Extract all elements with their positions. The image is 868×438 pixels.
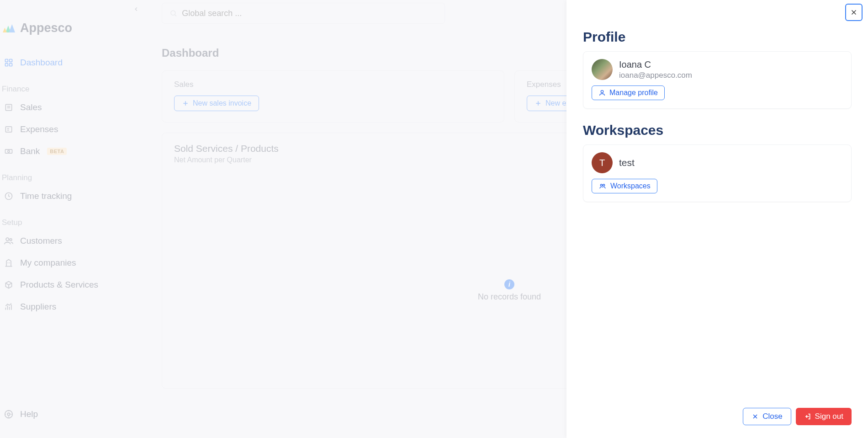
empty-state: i No records found <box>478 279 541 302</box>
new-sales-invoice-button[interactable]: New sales invoice <box>174 96 259 111</box>
nav-group-finance: Finance <box>0 74 151 96</box>
user-name: Ioana C <box>619 59 692 70</box>
building-icon <box>4 258 14 268</box>
sidebar-item-label: Sales <box>20 102 42 112</box>
receipt-icon <box>4 124 14 134</box>
sidebar-item-suppliers[interactable]: Suppliers <box>0 296 151 318</box>
search-icon <box>169 9 177 17</box>
cash-icon <box>4 146 14 156</box>
drawer-footer: Close Sign out <box>583 408 852 427</box>
chevron-left-icon <box>133 6 139 12</box>
nav: Dashboard Finance Sales Expenses Bank BE… <box>0 52 151 318</box>
svg-rect-6 <box>10 64 12 66</box>
svg-point-36 <box>603 184 605 186</box>
sidebar-item-time-tracking[interactable]: Time tracking <box>0 185 151 207</box>
clock-icon <box>4 191 14 201</box>
svg-point-14 <box>8 150 10 152</box>
nav-group-setup: Setup <box>0 207 151 230</box>
nav-group-planning: Planning <box>0 162 151 185</box>
sidebar-item-help[interactable]: Help <box>0 403 151 425</box>
sidebar-item-label: Customers <box>20 236 62 246</box>
button-label: Manage profile <box>609 89 658 97</box>
beta-badge: BETA <box>47 148 67 155</box>
svg-rect-5 <box>5 64 8 66</box>
global-search[interactable] <box>162 3 445 24</box>
close-icon <box>850 8 858 16</box>
signout-icon <box>804 413 811 420</box>
info-icon: i <box>504 279 514 289</box>
help-icon <box>4 409 14 419</box>
users-icon <box>4 236 14 246</box>
sidebar: Appesco Dashboard Finance Sales Expenses <box>0 0 151 438</box>
sidebar-item-dashboard[interactable]: Dashboard <box>0 52 151 74</box>
svg-point-16 <box>6 238 9 240</box>
profile-heading: Profile <box>583 29 852 45</box>
sidebar-item-expenses[interactable]: Expenses <box>0 118 151 140</box>
svg-point-34 <box>601 91 603 93</box>
workspace-card: T test Workspaces <box>583 144 852 202</box>
svg-point-35 <box>600 184 602 186</box>
sales-card-label: Sales <box>174 80 492 89</box>
workspace-avatar: T <box>592 152 613 173</box>
brand-logo-icon <box>3 23 16 33</box>
svg-point-17 <box>10 239 12 241</box>
user-email: ioana@appesco.com <box>619 71 692 80</box>
plus-icon <box>535 100 542 107</box>
sign-out-button[interactable]: Sign out <box>796 408 852 425</box>
button-label: Workspaces <box>610 182 651 190</box>
svg-rect-10 <box>5 127 11 132</box>
profile-card: Ioana C ioana@appesco.com Manage profile <box>583 51 852 109</box>
team-icon <box>598 182 607 190</box>
sidebar-item-label: Dashboard <box>20 58 63 68</box>
sidebar-item-label: My companies <box>20 258 76 268</box>
global-search-input[interactable] <box>182 9 437 18</box>
workspaces-heading: Workspaces <box>583 123 852 138</box>
svg-point-26 <box>171 11 175 15</box>
svg-rect-3 <box>5 59 8 62</box>
chart-icon <box>4 302 14 312</box>
sidebar-item-sales[interactable]: Sales <box>0 96 151 118</box>
button-label: Sign out <box>815 412 843 421</box>
svg-point-25 <box>7 413 10 416</box>
plus-icon <box>182 100 189 107</box>
manage-profile-button[interactable]: Manage profile <box>592 85 665 100</box>
sidebar-item-label: Bank <box>20 146 40 156</box>
workspace-name: test <box>619 157 635 168</box>
svg-line-27 <box>175 15 176 16</box>
sidebar-item-label: Products & Services <box>20 280 98 290</box>
sidebar-item-label: Help <box>20 409 38 419</box>
sidebar-collapse-button[interactable] <box>131 4 142 15</box>
sidebar-item-label: Time tracking <box>20 191 72 201</box>
workspaces-button[interactable]: Workspaces <box>592 179 657 193</box>
user-avatar <box>592 59 613 80</box>
svg-rect-4 <box>10 59 12 62</box>
sidebar-item-customers[interactable]: Customers <box>0 230 151 252</box>
close-button[interactable]: Close <box>743 408 791 425</box>
drawer-close-button[interactable] <box>845 4 863 21</box>
invoice-icon <box>4 102 14 112</box>
brand-name: Appesco <box>20 21 72 35</box>
button-label: Close <box>762 412 782 421</box>
sidebar-item-label: Suppliers <box>20 302 56 312</box>
sidebar-item-bank[interactable]: Bank BETA <box>0 140 151 162</box>
grid-icon <box>4 58 14 68</box>
sidebar-item-label: Expenses <box>20 124 58 134</box>
brand: Appesco <box>0 0 151 35</box>
empty-text: No records found <box>478 292 541 302</box>
package-icon <box>4 280 14 290</box>
svg-marker-2 <box>3 27 7 32</box>
close-icon <box>752 413 759 420</box>
button-label: New sales invoice <box>193 99 251 107</box>
sidebar-item-products-services[interactable]: Products & Services <box>0 274 151 296</box>
sales-card: Sales New sales invoice <box>162 70 504 123</box>
profile-drawer: Profile Ioana C ioana@appesco.com Manage… <box>566 0 868 438</box>
svg-marker-1 <box>9 24 16 32</box>
user-icon <box>598 89 606 96</box>
sidebar-item-my-companies[interactable]: My companies <box>0 252 151 274</box>
